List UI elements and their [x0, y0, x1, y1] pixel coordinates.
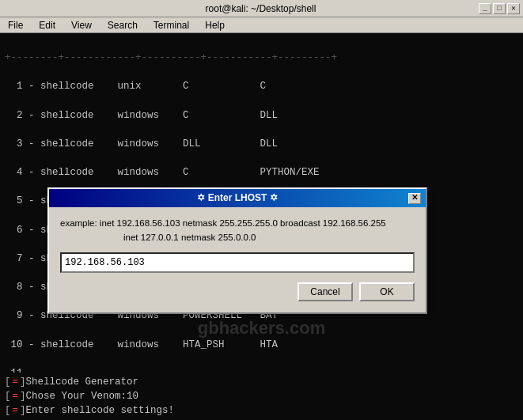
- close-button[interactable]: ✕: [507, 3, 520, 14]
- enter-lhost-dialog: ✡ Enter LHOST ✡ ✕ example: inet 192.168.…: [47, 187, 427, 314]
- menu-view[interactable]: View: [66, 18, 97, 32]
- menu-terminal[interactable]: Terminal: [149, 18, 194, 32]
- prompt-text-3: Enter shellcode settings!: [26, 403, 175, 418]
- terminal: +--------+------------+----------+------…: [0, 33, 523, 420]
- dialog-buttons: Cancel OK: [60, 282, 415, 301]
- menu-file[interactable]: File: [3, 18, 28, 32]
- ok-button[interactable]: OK: [359, 282, 415, 301]
- prompt-line-2: [ = ] Chose Your Venom:10: [5, 389, 518, 403]
- dialog-title-bar: ✡ Enter LHOST ✡ ✕: [49, 189, 426, 207]
- cancel-button[interactable]: Cancel: [298, 282, 353, 301]
- window-title: root@kali: ~/Desktop/shell: [43, 3, 479, 14]
- prompt-text-1: Shellcode Generator: [26, 375, 139, 389]
- prompt-area: [ = ] Shellcode Generator [ = ] Chose Yo…: [0, 373, 523, 420]
- dialog-title: ✡ Enter LHOST ✡: [66, 191, 408, 205]
- maximize-button[interactable]: □: [493, 3, 506, 14]
- minimize-button[interactable]: _: [479, 3, 491, 14]
- example-label: example:: [60, 218, 100, 228]
- prompt-line-3: [ = ] Enter shellcode settings!: [5, 403, 518, 418]
- lhost-input[interactable]: [60, 252, 415, 273]
- dialog-example: example: inet 192.168.56.103 netmask 255…: [60, 217, 415, 244]
- prompt-line-1: [ = ] Shellcode Generator: [5, 375, 518, 389]
- menu-search[interactable]: Search: [103, 18, 142, 32]
- menu-help[interactable]: Help: [200, 18, 229, 32]
- title-bar: root@kali: ~/Desktop/shell _ □ ✕: [0, 0, 523, 17]
- prompt-text-2: Chose Your Venom:10: [26, 389, 139, 403]
- window-controls: _ □ ✕: [479, 3, 520, 14]
- example-line1: inet 192.168.56.103 netmask 255.255.255.…: [100, 218, 386, 228]
- dialog-overlay: ✡ Enter LHOST ✡ ✕ example: inet 192.168.…: [0, 33, 523, 420]
- menu-bar: File Edit View Search Terminal Help: [0, 17, 523, 33]
- dialog-close-button[interactable]: ✕: [408, 193, 421, 204]
- menu-edit[interactable]: Edit: [34, 18, 60, 32]
- example-line2: inet 127.0.0.1 netmask 255.0.0.0: [123, 233, 256, 242]
- dialog-body: example: inet 192.168.56.103 netmask 255…: [49, 207, 426, 312]
